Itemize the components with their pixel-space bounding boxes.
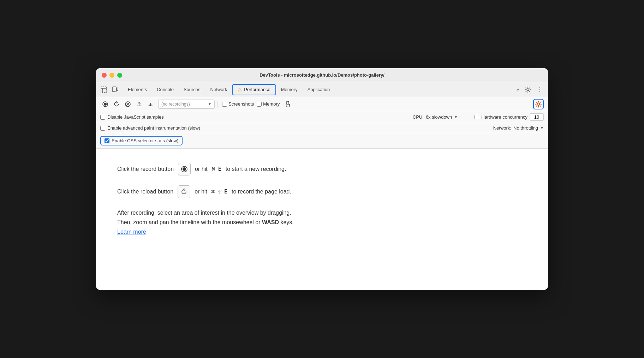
- upload-btn[interactable]: [134, 99, 144, 109]
- close-button[interactable]: [102, 73, 107, 78]
- svg-point-15: [183, 167, 186, 171]
- toolbar-right: Screenshots Memory: [216, 99, 532, 109]
- tab-performance[interactable]: ⚠ Performance: [232, 84, 276, 95]
- css-selector-bar: Enable CSS selector stats (slow): [96, 133, 548, 149]
- maximize-button[interactable]: [117, 73, 122, 78]
- description-line4-post: keys.: [280, 219, 293, 225]
- wasd-keys: WASD: [262, 219, 279, 225]
- title-bar: DevTools - microsoftedge.github.io/Demos…: [96, 68, 548, 82]
- instruction-record-shortcut: ⌘ E: [212, 165, 221, 173]
- screenshots-checkbox-group[interactable]: Screenshots: [222, 101, 254, 107]
- instruction-record-post: to start a new recording.: [226, 165, 286, 174]
- instruction-reload-post: to record the page load.: [232, 187, 291, 196]
- instruction-reload: Click the reload button or hit ⌘ ⇧ E to …: [117, 185, 527, 198]
- enable-paint-checkbox[interactable]: [100, 126, 105, 131]
- tab-memory[interactable]: Memory: [276, 85, 303, 94]
- hardware-concurrency-input[interactable]: [530, 113, 544, 121]
- minimize-button[interactable]: [109, 73, 114, 78]
- css-selector-box: Enable CSS selector stats (slow): [100, 136, 183, 145]
- hardware-concurrency-group: Hardware concurrency: [475, 113, 544, 121]
- record-btn[interactable]: [100, 99, 110, 109]
- tab-application[interactable]: Application: [303, 85, 335, 94]
- svg-point-13: [537, 103, 540, 105]
- cpu-value: 6x slowdown: [426, 114, 452, 120]
- tabs: Elements Console Sources Network ⚠ Perfo…: [123, 84, 514, 95]
- enable-paint-label: Enable advanced paint instrumentation (s…: [107, 125, 200, 131]
- instruction-reload-or: or hit: [195, 187, 207, 196]
- disable-js-samples-label: Disable JavaScript samples: [107, 114, 164, 120]
- instruction-record-or: or hit: [195, 165, 208, 174]
- download-btn[interactable]: [145, 99, 155, 109]
- recording-placeholder: (no recordings): [161, 102, 190, 107]
- settings-bar-1: Disable JavaScript samples CPU: 6x slowd…: [96, 111, 548, 123]
- network-dropdown-arrow[interactable]: ▼: [540, 126, 544, 130]
- memory-checkbox[interactable]: [257, 102, 262, 107]
- css-stats-label: Enable CSS selector stats (slow): [112, 138, 178, 143]
- tab-bar-right: » ⋮: [514, 84, 545, 95]
- tab-icons: [99, 85, 120, 95]
- toolbar: (no recordings) ▼ Screenshots Memory: [96, 97, 548, 111]
- broom-btn[interactable]: [282, 99, 292, 109]
- tab-network[interactable]: Network: [205, 85, 232, 94]
- main-content: Click the record button or hit ⌘ E to st…: [96, 149, 548, 290]
- memory-label: Memory: [263, 101, 280, 107]
- reload-btn[interactable]: [112, 99, 121, 109]
- record-icon-box: [178, 163, 191, 175]
- screenshots-checkbox[interactable]: [222, 102, 227, 107]
- disable-js-samples-checkbox[interactable]: [100, 115, 105, 120]
- toolbar-left: (no recordings) ▼: [100, 99, 215, 109]
- enable-css-stats-checkbox[interactable]: [105, 138, 109, 143]
- network-label: Network:: [493, 125, 511, 131]
- screenshots-label: Screenshots: [228, 101, 254, 107]
- settings-bar-2: Enable advanced paint instrumentation (s…: [96, 123, 548, 133]
- description-line3: After recording, select an area of inter…: [117, 210, 291, 216]
- description-line4-pre: Then, zoom and pan the timeline with the…: [117, 219, 261, 225]
- devtools-more-btn[interactable]: ⋮: [535, 84, 545, 95]
- hardware-label: Hardware concurrency: [481, 114, 527, 120]
- description-block: After recording, select an area of inter…: [117, 208, 386, 237]
- svg-point-8: [104, 103, 107, 106]
- tab-console[interactable]: Console: [152, 85, 179, 94]
- enable-paint-item[interactable]: Enable advanced paint instrumentation (s…: [100, 125, 200, 131]
- svg-rect-12: [287, 101, 289, 104]
- svg-rect-0: [101, 87, 107, 93]
- device-icon-btn[interactable]: [110, 85, 120, 95]
- disable-js-samples-item[interactable]: Disable JavaScript samples: [100, 114, 164, 120]
- memory-checkbox-group[interactable]: Memory: [257, 101, 280, 107]
- inspector-icon-btn[interactable]: [99, 85, 109, 95]
- tab-sources[interactable]: Sources: [179, 85, 205, 94]
- toolbar-separator-1: [217, 101, 218, 108]
- instruction-record-pre: Click the record button: [117, 165, 174, 174]
- window-title: DevTools - microsoftedge.github.io/Demos…: [260, 72, 384, 78]
- devtools-settings-btn[interactable]: [523, 84, 533, 95]
- devtools-window: DevTools - microsoftedge.github.io/Demos…: [96, 68, 548, 290]
- clear-btn[interactable]: [123, 99, 133, 109]
- performance-settings-btn[interactable]: [533, 99, 544, 109]
- tab-bar: Elements Console Sources Network ⚠ Perfo…: [96, 82, 548, 97]
- recording-dropdown[interactable]: (no recordings) ▼: [158, 100, 215, 109]
- hardware-concurrency-checkbox[interactable]: [475, 115, 479, 119]
- warning-icon: ⚠: [238, 87, 242, 93]
- svg-rect-4: [117, 88, 118, 91]
- svg-point-6: [527, 89, 529, 91]
- cpu-dropdown-arrow[interactable]: ▼: [454, 115, 458, 119]
- tab-elements[interactable]: Elements: [123, 85, 152, 94]
- css-selector-item: Enable CSS selector stats (slow): [100, 136, 544, 145]
- cpu-label: CPU:: [413, 114, 424, 120]
- network-value: No throttling: [513, 125, 538, 131]
- instruction-record: Click the record button or hit ⌘ E to st…: [117, 163, 527, 175]
- instruction-reload-pre: Click the reload button: [117, 187, 173, 196]
- instruction-reload-shortcut: ⌘ ⇧ E: [211, 187, 227, 196]
- traffic-lights: [102, 73, 122, 78]
- learn-more-link[interactable]: Learn more: [117, 229, 146, 235]
- reload-icon-box: [178, 185, 190, 198]
- tab-overflow-btn[interactable]: »: [514, 85, 521, 94]
